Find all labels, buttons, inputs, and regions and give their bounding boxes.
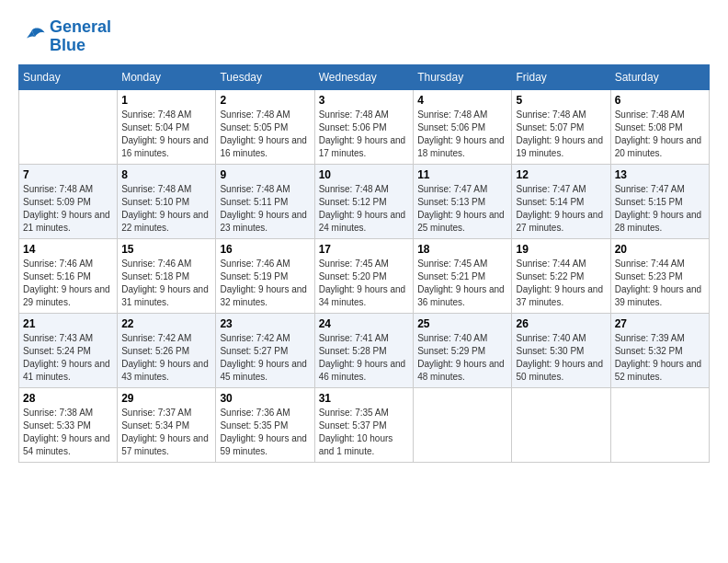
day-number: 29 bbox=[121, 392, 211, 405]
calendar-cell bbox=[19, 89, 118, 164]
day-info: Sunrise: 7:45 AMSunset: 5:21 PMDaylight:… bbox=[417, 258, 507, 309]
calendar-cell: 29 Sunrise: 7:37 AMSunset: 5:34 PMDaylig… bbox=[118, 387, 216, 462]
day-info: Sunrise: 7:47 AMSunset: 5:13 PMDaylight:… bbox=[417, 183, 507, 235]
day-info: Sunrise: 7:46 AMSunset: 5:16 PMDaylight:… bbox=[23, 258, 113, 309]
day-info: Sunrise: 7:48 AMSunset: 5:06 PMDaylight:… bbox=[319, 109, 410, 160]
day-number: 31 bbox=[319, 392, 410, 405]
day-info: Sunrise: 7:43 AMSunset: 5:24 PMDaylight:… bbox=[23, 332, 113, 384]
day-number: 30 bbox=[220, 392, 310, 405]
logo-text: General Blue bbox=[50, 18, 111, 55]
day-info: Sunrise: 7:40 AMSunset: 5:30 PMDaylight:… bbox=[516, 332, 606, 384]
calendar-cell bbox=[414, 387, 512, 462]
day-info: Sunrise: 7:48 AMSunset: 5:11 PMDaylight:… bbox=[220, 183, 310, 235]
day-number: 12 bbox=[516, 168, 606, 181]
day-number: 8 bbox=[121, 168, 211, 181]
day-number: 4 bbox=[417, 94, 507, 107]
day-number: 14 bbox=[23, 243, 113, 256]
day-info: Sunrise: 7:48 AMSunset: 5:08 PMDaylight:… bbox=[615, 109, 705, 160]
day-number: 19 bbox=[516, 243, 606, 256]
calendar-cell: 3 Sunrise: 7:48 AMSunset: 5:06 PMDayligh… bbox=[314, 89, 414, 164]
day-info: Sunrise: 7:38 AMSunset: 5:33 PMDaylight:… bbox=[23, 407, 113, 458]
day-info: Sunrise: 7:46 AMSunset: 5:19 PMDaylight:… bbox=[220, 258, 310, 309]
day-info: Sunrise: 7:41 AMSunset: 5:28 PMDaylight:… bbox=[319, 332, 410, 384]
logo: General Blue bbox=[18, 18, 111, 55]
calendar-cell: 19 Sunrise: 7:44 AMSunset: 5:22 PMDaylig… bbox=[512, 238, 610, 313]
day-info: Sunrise: 7:48 AMSunset: 5:04 PMDaylight:… bbox=[121, 109, 211, 160]
calendar-cell: 10 Sunrise: 7:48 AMSunset: 5:12 PMDaylig… bbox=[314, 164, 414, 238]
day-info: Sunrise: 7:40 AMSunset: 5:29 PMDaylight:… bbox=[417, 332, 507, 384]
calendar-cell: 18 Sunrise: 7:45 AMSunset: 5:21 PMDaylig… bbox=[414, 238, 512, 313]
calendar-cell: 24 Sunrise: 7:41 AMSunset: 5:28 PMDaylig… bbox=[314, 313, 414, 387]
day-number: 25 bbox=[417, 317, 507, 330]
day-info: Sunrise: 7:48 AMSunset: 5:05 PMDaylight:… bbox=[220, 109, 310, 160]
day-number: 20 bbox=[615, 243, 705, 256]
day-number: 2 bbox=[220, 94, 310, 107]
calendar-cell: 13 Sunrise: 7:47 AMSunset: 5:15 PMDaylig… bbox=[610, 164, 709, 238]
calendar-cell: 22 Sunrise: 7:42 AMSunset: 5:26 PMDaylig… bbox=[118, 313, 216, 387]
calendar-cell: 15 Sunrise: 7:46 AMSunset: 5:18 PMDaylig… bbox=[118, 238, 216, 313]
day-info: Sunrise: 7:48 AMSunset: 5:06 PMDaylight:… bbox=[417, 109, 507, 160]
day-number: 1 bbox=[121, 94, 211, 107]
day-number: 16 bbox=[220, 243, 310, 256]
day-info: Sunrise: 7:36 AMSunset: 5:35 PMDaylight:… bbox=[220, 407, 310, 458]
col-header-thursday: Thursday bbox=[414, 64, 512, 89]
day-info: Sunrise: 7:39 AMSunset: 5:32 PMDaylight:… bbox=[615, 332, 705, 384]
day-info: Sunrise: 7:47 AMSunset: 5:14 PMDaylight:… bbox=[516, 183, 606, 235]
day-number: 11 bbox=[417, 168, 507, 181]
day-number: 6 bbox=[615, 94, 705, 107]
page-header: General Blue bbox=[18, 18, 710, 55]
day-info: Sunrise: 7:48 AMSunset: 5:12 PMDaylight:… bbox=[319, 183, 410, 235]
day-number: 13 bbox=[615, 168, 705, 181]
day-info: Sunrise: 7:44 AMSunset: 5:22 PMDaylight:… bbox=[516, 258, 606, 309]
calendar-cell: 28 Sunrise: 7:38 AMSunset: 5:33 PMDaylig… bbox=[19, 387, 118, 462]
day-number: 28 bbox=[23, 392, 113, 405]
calendar-cell: 9 Sunrise: 7:48 AMSunset: 5:11 PMDayligh… bbox=[216, 164, 314, 238]
day-number: 18 bbox=[417, 243, 507, 256]
day-info: Sunrise: 7:48 AMSunset: 5:07 PMDaylight:… bbox=[516, 109, 606, 160]
calendar-cell: 8 Sunrise: 7:48 AMSunset: 5:10 PMDayligh… bbox=[118, 164, 216, 238]
day-number: 27 bbox=[615, 317, 705, 330]
day-number: 23 bbox=[220, 317, 310, 330]
day-number: 3 bbox=[319, 94, 410, 107]
day-info: Sunrise: 7:48 AMSunset: 5:09 PMDaylight:… bbox=[23, 183, 113, 235]
calendar-cell: 16 Sunrise: 7:46 AMSunset: 5:19 PMDaylig… bbox=[216, 238, 314, 313]
day-number: 9 bbox=[220, 168, 310, 181]
calendar-cell: 26 Sunrise: 7:40 AMSunset: 5:30 PMDaylig… bbox=[512, 313, 610, 387]
col-header-tuesday: Tuesday bbox=[216, 64, 314, 89]
day-number: 7 bbox=[23, 168, 113, 181]
logo-icon bbox=[18, 23, 46, 51]
calendar-cell: 4 Sunrise: 7:48 AMSunset: 5:06 PMDayligh… bbox=[414, 89, 512, 164]
day-info: Sunrise: 7:44 AMSunset: 5:23 PMDaylight:… bbox=[615, 258, 705, 309]
day-number: 22 bbox=[121, 317, 211, 330]
calendar-cell: 17 Sunrise: 7:45 AMSunset: 5:20 PMDaylig… bbox=[314, 238, 414, 313]
calendar-cell bbox=[610, 387, 709, 462]
calendar-cell: 14 Sunrise: 7:46 AMSunset: 5:16 PMDaylig… bbox=[19, 238, 118, 313]
day-info: Sunrise: 7:42 AMSunset: 5:26 PMDaylight:… bbox=[121, 332, 211, 384]
calendar-cell: 23 Sunrise: 7:42 AMSunset: 5:27 PMDaylig… bbox=[216, 313, 314, 387]
calendar-cell: 21 Sunrise: 7:43 AMSunset: 5:24 PMDaylig… bbox=[19, 313, 118, 387]
col-header-friday: Friday bbox=[512, 64, 610, 89]
day-info: Sunrise: 7:42 AMSunset: 5:27 PMDaylight:… bbox=[220, 332, 310, 384]
col-header-wednesday: Wednesday bbox=[314, 64, 414, 89]
day-info: Sunrise: 7:45 AMSunset: 5:20 PMDaylight:… bbox=[319, 258, 410, 309]
day-number: 10 bbox=[319, 168, 410, 181]
day-number: 17 bbox=[319, 243, 410, 256]
calendar-cell: 31 Sunrise: 7:35 AMSunset: 5:37 PMDaylig… bbox=[314, 387, 414, 462]
day-info: Sunrise: 7:48 AMSunset: 5:10 PMDaylight:… bbox=[121, 183, 211, 235]
col-header-sunday: Sunday bbox=[19, 64, 118, 89]
calendar-cell: 30 Sunrise: 7:36 AMSunset: 5:35 PMDaylig… bbox=[216, 387, 314, 462]
calendar-cell bbox=[512, 387, 610, 462]
calendar-cell: 25 Sunrise: 7:40 AMSunset: 5:29 PMDaylig… bbox=[414, 313, 512, 387]
day-info: Sunrise: 7:37 AMSunset: 5:34 PMDaylight:… bbox=[121, 407, 211, 458]
day-info: Sunrise: 7:47 AMSunset: 5:15 PMDaylight:… bbox=[615, 183, 705, 235]
day-number: 26 bbox=[516, 317, 606, 330]
calendar-cell: 1 Sunrise: 7:48 AMSunset: 5:04 PMDayligh… bbox=[118, 89, 216, 164]
calendar-cell: 7 Sunrise: 7:48 AMSunset: 5:09 PMDayligh… bbox=[19, 164, 118, 238]
calendar-cell: 20 Sunrise: 7:44 AMSunset: 5:23 PMDaylig… bbox=[610, 238, 709, 313]
calendar-cell: 5 Sunrise: 7:48 AMSunset: 5:07 PMDayligh… bbox=[512, 89, 610, 164]
calendar-cell: 11 Sunrise: 7:47 AMSunset: 5:13 PMDaylig… bbox=[414, 164, 512, 238]
col-header-saturday: Saturday bbox=[610, 64, 709, 89]
day-info: Sunrise: 7:35 AMSunset: 5:37 PMDaylight:… bbox=[319, 407, 410, 458]
day-info: Sunrise: 7:46 AMSunset: 5:18 PMDaylight:… bbox=[121, 258, 211, 309]
day-number: 5 bbox=[516, 94, 606, 107]
